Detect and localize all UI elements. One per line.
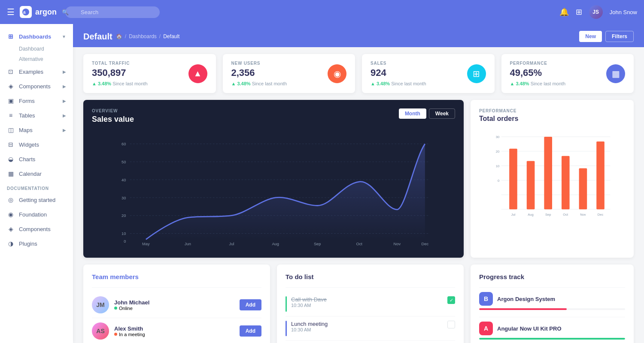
stat-label-traffic: TOTAL TRAFFIC [92,61,148,66]
svg-text:20: 20 [122,214,126,218]
notifications-icon[interactable]: 🔔 [559,7,569,17]
divider-3 [479,287,625,288]
team-card: Team members JM John Michael Online Add [83,265,270,343]
change-up-users: ▲ 3.48% [231,81,251,86]
svg-text:May: May [142,242,150,246]
sidebar-item-plugins[interactable]: ◑ Plugins [0,236,73,251]
svg-text:Jul: Jul [511,213,516,217]
charts-icon: ◒ [7,155,15,163]
sidebar-item-components[interactable]: ◈ Components ▶ [0,79,73,93]
month-button[interactable]: Month [399,108,426,119]
sidebar-item-examples[interactable]: ⊡ Examples ▶ [0,64,73,79]
sidebar-label-calendar: Calendar [19,171,42,177]
svg-text:Dec: Dec [422,242,429,246]
svg-text:20: 20 [496,150,499,153]
sidebar-item-forms[interactable]: ▣ Forms ▶ [0,93,73,108]
overview-label: OVERVIEW [92,108,134,113]
svg-rect-36 [562,156,570,209]
sidebar-item-foundation[interactable]: ◉ Foundation [0,207,73,222]
member-status-john-michael-1: Online [114,306,234,311]
chevron-right-icon-maps: ▶ [63,128,66,132]
sidebar-item-maps[interactable]: ◫ Maps ▶ [0,123,73,137]
grid-icon[interactable]: ⊞ [576,7,582,17]
todo-title-1: Call with Dave [291,296,443,303]
sidebar-label-components: Components [19,83,51,90]
breadcrumb-default: Default [163,33,179,39]
change-up-sales: ▲ 3.48% [371,81,390,86]
svg-text:Nov: Nov [580,213,586,217]
add-button-2[interactable]: Add [240,325,261,337]
components-doc-icon: ◈ [7,225,15,233]
sidebar-label-widgets: Widgets [19,141,39,148]
stat-card-users: NEW USERS 2,356 ▲ 3.48% Since last month… [223,54,355,93]
brand-icon: a [20,6,32,18]
search-input[interactable] [65,6,160,18]
todo-content-2: Lunch meeting 10:30 AM [291,321,443,332]
divider-1 [92,287,261,288]
member-info-john-michael-1: John Michael Online [114,299,234,311]
svg-text:Dec: Dec [598,213,604,217]
svg-text:Aug: Aug [528,213,534,217]
page-title: Default [83,32,112,42]
sidebar-item-components-doc[interactable]: ◈ Components [0,222,73,236]
stat-value-traffic: 350,897 [92,67,148,78]
brand-logo: a argon [20,6,57,18]
stat-icon-traffic: ▲ [188,64,207,83]
progress-icon-angular: A [479,322,493,335]
sidebar-item-dashboards[interactable]: ⊞ Dashboards ▼ [0,29,73,44]
maps-icon: ◫ [7,126,15,134]
svg-text:50: 50 [122,160,126,164]
sidebar-item-getting-started[interactable]: ◎ Getting started [0,193,73,207]
sales-chart-card: OVERVIEW Sales value Month Week [83,100,464,258]
chart-toggle: Month Week [399,108,455,119]
todo-title: To do list [286,273,455,280]
sidebar-section-doc: DOCUMENTATION [0,181,73,193]
svg-text:Jun: Jun [185,242,191,246]
member-status-alex-smith: In a meeting [114,332,234,337]
stat-card-performance: PERFORMANCE 49,65% ▲ 3.48% Since last mo… [501,54,634,93]
week-button[interactable]: Week [429,108,455,119]
stat-label-sales: SALES [371,61,426,66]
filters-button[interactable]: Filters [605,31,634,42]
sidebar-label-foundation: Foundation [19,211,47,218]
svg-rect-37 [579,168,587,210]
svg-text:0: 0 [124,239,126,244]
svg-rect-35 [544,137,552,209]
stat-value-users: 2,356 [231,67,287,78]
svg-text:60: 60 [122,142,126,146]
new-button[interactable]: New [579,31,602,42]
sidebar-label-maps: Maps [19,127,33,133]
sidebar-label-plugins: Plugins [19,241,37,247]
svg-text:30: 30 [122,196,126,200]
stat-icon-users: ◉ [328,64,346,83]
chevron-down-icon: ▼ [62,34,66,39]
sales-chart-svg: 60 50 40 30 20 10 0 May Jun Jul Aug [92,136,455,249]
sidebar-item-dashboard[interactable]: Dashboard [19,44,73,54]
sidebar-item-widgets[interactable]: ⊟ Widgets [0,137,73,152]
stat-label-performance: PERFORMANCE [510,61,566,66]
stat-card-traffic: TOTAL TRAFFIC 350,897 ▲ 3.48% Since last… [83,54,216,93]
sidebar-item-calendar[interactable]: ▦ Calendar [0,166,73,181]
progress-bar-wrap-angular [479,338,625,340]
sidebar-item-alternative[interactable]: Alternative [19,54,73,64]
sidebar-item-tables[interactable]: ≡ Tables ▶ [0,108,73,123]
sidebar-label-components-doc: Components [19,226,51,232]
progress-item-argon: B Argon Design System [479,292,625,310]
stat-change-sales: ▲ 3.48% Since last month [371,81,426,86]
sales-value-title: Sales value [92,115,134,124]
progress-item-angular: A Angular Now UI Kit PRO [479,322,625,340]
todo-check-1[interactable]: ✓ [447,296,455,304]
avatar[interactable]: JS [589,5,603,19]
progress-name-angular: Angular Now UI Kit PRO [497,325,562,332]
menu-toggle-icon[interactable]: ☰ [7,7,15,17]
stat-icon-performance: ▦ [606,64,625,83]
add-button-1[interactable]: Add [240,299,261,310]
todo-item-2: Lunch meeting 10:30 AM [286,316,455,341]
status-text-2: In a meeting [119,332,145,337]
divider-2 [286,287,455,288]
svg-text:30: 30 [496,135,499,139]
todo-check-2[interactable] [447,321,455,328]
page-header: Default 🏠 / Dashboards / Default New Fil… [73,24,644,47]
sidebar-item-charts[interactable]: ◒ Charts [0,152,73,166]
svg-rect-33 [509,149,517,209]
